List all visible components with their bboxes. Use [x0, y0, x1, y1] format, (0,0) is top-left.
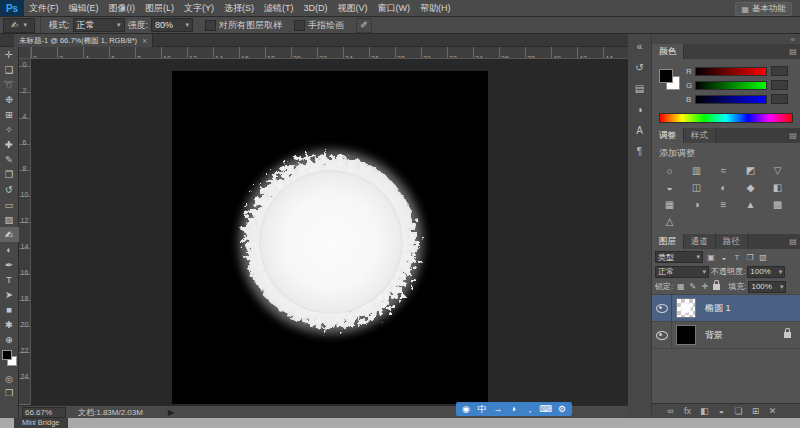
sample-all-layers-checkbox[interactable] — [205, 20, 216, 31]
menu-item[interactable]: 文字(Y) — [179, 0, 219, 16]
toolbox-color-swatches[interactable] — [0, 350, 19, 372]
filter-pixel-layers-icon[interactable]: ▣ — [705, 252, 717, 263]
new-adjustment-layer-icon[interactable]: ◒ — [715, 406, 728, 416]
marquee-tool[interactable]: ❑ — [0, 62, 19, 77]
color-balance-icon[interactable]: ◫ — [683, 179, 710, 196]
finger-painting-checkbox[interactable] — [294, 20, 305, 31]
brightness-contrast-icon[interactable]: ☼ — [656, 162, 683, 179]
document-tab[interactable]: 未标题-1 @ 66.7%(椭圆 1, RGB/8*) × — [14, 34, 153, 47]
vibrance-icon[interactable]: ▽ — [764, 162, 791, 179]
menu-item[interactable]: 文件(F) — [24, 0, 64, 16]
expand-dock-icon[interactable]: « — [630, 38, 650, 55]
menu-item[interactable]: 3D(D) — [299, 0, 333, 16]
filter-type-layers-icon[interactable]: T — [731, 252, 743, 263]
layer-row[interactable]: 椭圆 1 — [652, 295, 800, 322]
ime-logo-icon[interactable]: ◉ — [459, 404, 473, 414]
screen-mode-icon[interactable]: ❒ — [0, 386, 19, 400]
panel-menu-icon[interactable]: ▤ — [786, 234, 800, 249]
visibility-toggle[interactable] — [652, 295, 672, 321]
panel-menu-icon[interactable]: ▤ — [786, 128, 800, 143]
menu-item[interactable]: 滤镜(T) — [259, 0, 299, 16]
threshold-icon[interactable]: ▲ — [737, 196, 764, 213]
visibility-toggle[interactable] — [652, 322, 672, 348]
black-white-icon[interactable]: ◐ — [710, 179, 737, 196]
color-slider-bar[interactable] — [695, 67, 767, 76]
zoom-tool[interactable]: ⊕ — [0, 332, 19, 347]
color-spectrum-ramp[interactable] — [659, 113, 793, 123]
hue-saturation-icon[interactable]: ◒ — [656, 179, 683, 196]
levels-icon[interactable]: ▥ — [683, 162, 710, 179]
channel-mixer-icon[interactable]: ◧ — [764, 179, 791, 196]
strength-select[interactable]: 80% ▾ — [151, 18, 193, 32]
paragraph-panel-icon[interactable]: ¶ — [630, 143, 650, 160]
foreground-color-swatch[interactable] — [659, 69, 673, 83]
clone-stamp-tool[interactable]: ❐ — [0, 167, 19, 182]
new-group-icon[interactable]: ❏ — [732, 406, 745, 416]
color-slider-green[interactable]: G — [686, 80, 788, 90]
tool-preset-picker[interactable]: ✍ ▾ — [3, 18, 35, 33]
color-lookup-icon[interactable]: ▦ — [656, 196, 683, 213]
lock-position-icon[interactable]: ✛ — [699, 281, 710, 292]
panel-menu-icon[interactable]: ▤ — [786, 44, 800, 59]
selective-color-icon[interactable]: △ — [656, 213, 683, 230]
posterize-icon[interactable]: ≡ — [710, 196, 737, 213]
gradient-tool[interactable]: ▨ — [0, 212, 19, 227]
eraser-tool[interactable]: ▭ — [0, 197, 19, 212]
ime-mode-icon[interactable]: → — [491, 404, 505, 414]
path-selection-tool[interactable]: ➤ — [0, 287, 19, 302]
lock-all-icon[interactable] — [711, 281, 722, 292]
menu-item[interactable]: 图层(L) — [140, 0, 179, 16]
healing-brush-tool[interactable]: ✚ — [0, 137, 19, 152]
status-popup-arrow-icon[interactable]: ▶ — [168, 408, 174, 417]
new-layer-icon[interactable]: ⊞ — [749, 406, 762, 416]
workspace-switcher[interactable]: ▦ 基本功能 — [735, 2, 792, 16]
tab-样式[interactable]: 样式 — [684, 128, 716, 143]
properties-panel-icon[interactable]: ▤ — [630, 80, 650, 97]
curves-icon[interactable]: ≈ — [710, 162, 737, 179]
tab-color[interactable]: 颜色 — [652, 44, 684, 59]
filter-smart-objects-icon[interactable]: ▧ — [757, 252, 769, 263]
collapse-dock-icon[interactable]: « — [791, 35, 795, 44]
lasso-tool[interactable]: ➰ — [0, 77, 19, 92]
color-slider-bar[interactable] — [695, 81, 767, 90]
layer-style-icon[interactable]: fx — [681, 406, 694, 416]
crop-tool[interactable]: ⊞ — [0, 107, 19, 122]
history-brush-tool[interactable]: ↺ — [0, 182, 19, 197]
lock-transparency-icon[interactable]: ▦ — [675, 281, 686, 292]
lock-pixels-icon[interactable]: ✎ — [687, 281, 698, 292]
color-slider-blue[interactable]: B — [686, 94, 788, 104]
ime-punctuation-icon[interactable]: ， — [523, 403, 537, 416]
character-panel-icon[interactable]: A — [630, 122, 650, 139]
canvas-document[interactable] — [172, 71, 488, 404]
ime-keyboard-icon[interactable]: ⌨ — [539, 404, 553, 414]
history-panel-icon[interactable]: ↺ — [630, 59, 650, 76]
fill-select[interactable]: 100% ▾ — [748, 281, 786, 293]
menu-item[interactable]: 选择(S) — [219, 0, 259, 16]
tab-路径[interactable]: 路径 — [716, 234, 748, 249]
quick-mask-icon[interactable]: ◎ — [0, 372, 19, 386]
color-slider-value[interactable] — [771, 80, 788, 90]
quick-selection-tool[interactable]: ❉ — [0, 92, 19, 107]
brush-tool[interactable]: ✎ — [0, 152, 19, 167]
ime-toolbox-icon[interactable]: ⚙ — [555, 404, 569, 414]
mini-bridge-tab[interactable]: Mini Bridge — [14, 418, 68, 428]
pen-tool[interactable]: ✒ — [0, 257, 19, 272]
eyedropper-tool[interactable]: ✧ — [0, 122, 19, 137]
delete-layer-icon[interactable]: ✕ — [766, 406, 779, 416]
menu-item[interactable]: 窗口(W) — [373, 0, 416, 16]
move-tool[interactable]: ✛ — [0, 47, 19, 62]
foreground-color-swatch[interactable] — [2, 350, 12, 360]
photo-filter-icon[interactable]: ◆ — [737, 179, 764, 196]
menu-item[interactable]: 编辑(E) — [64, 0, 104, 16]
color-slider-value[interactable] — [771, 66, 788, 76]
menu-item[interactable]: 帮助(H) — [415, 0, 456, 16]
fur-ball-image[interactable] — [216, 127, 446, 357]
color-slider-value[interactable] — [771, 94, 788, 104]
layer-filter-select[interactable]: 类型 ▾ — [655, 251, 703, 263]
tab-通道[interactable]: 通道 — [684, 234, 716, 249]
invert-icon[interactable]: ◑ — [683, 196, 710, 213]
filter-adjustment-layers-icon[interactable]: ◒ — [718, 252, 730, 263]
add-layer-mask-icon[interactable]: ◧ — [698, 406, 711, 416]
type-tool[interactable]: T — [0, 272, 19, 287]
blend-mode-select[interactable]: 正常 ▾ — [655, 266, 709, 278]
